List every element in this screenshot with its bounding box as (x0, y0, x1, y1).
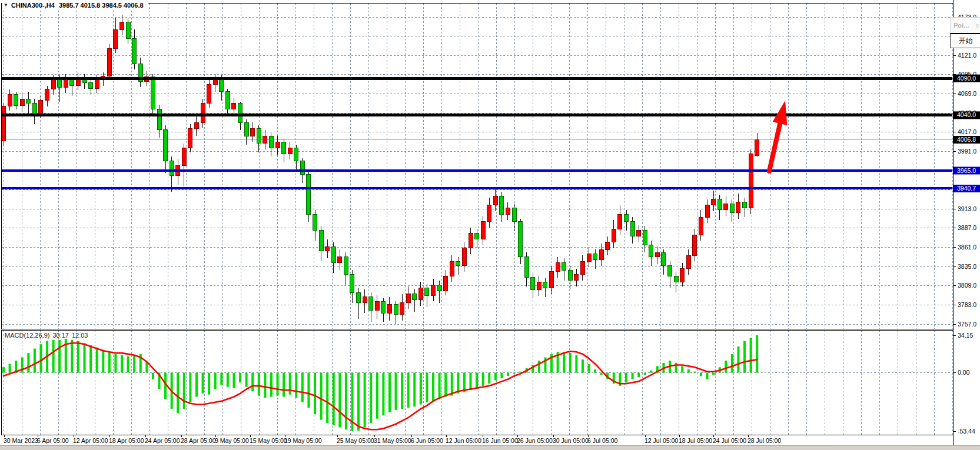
time-label: 18 Jul 05:00 (679, 437, 712, 444)
macd-histogram-bar (121, 355, 123, 373)
macd-histogram-bar (563, 352, 565, 372)
time-label: 6 Jun 05:00 (411, 437, 443, 444)
candle-bearish (32, 104, 36, 114)
time-label: 30 Jun 05:00 (553, 437, 589, 444)
candle-bullish (618, 214, 622, 229)
price-tick-label: 3809.0 (958, 282, 976, 289)
macd-histogram-bar (114, 354, 117, 373)
candle-bullish (95, 80, 99, 89)
candle-bullish (637, 231, 641, 236)
candle-bullish (587, 254, 591, 262)
candle-bullish (469, 234, 473, 248)
macd-histogram-bar (232, 373, 235, 388)
macd-histogram-bar (382, 373, 384, 416)
candle-bearish (170, 161, 174, 176)
candle-bearish (257, 128, 261, 143)
candle-bullish (686, 255, 690, 269)
candle-bullish (232, 104, 236, 109)
macd-histogram-bar (376, 373, 378, 419)
price-tick-label: 4121.0 (958, 52, 976, 59)
candle-bullish (51, 78, 55, 89)
candle-bullish (574, 275, 579, 281)
candle-bearish (630, 222, 634, 236)
price-tick-label: 3887.0 (958, 224, 976, 231)
candle-bullish (680, 269, 685, 282)
macd-histogram-bar (650, 371, 652, 373)
candle-bullish (20, 99, 24, 105)
time-label: 25 May 05:00 (337, 437, 374, 444)
time-label: 18 Apr 05:00 (109, 437, 144, 444)
poi-panel[interactable]: Poi... x (950, 17, 980, 34)
candle-bullish (120, 22, 124, 30)
time-label: 6 Jul 05:00 (587, 437, 618, 444)
macd-histogram-bar (245, 373, 248, 387)
candle-bullish (387, 304, 391, 313)
macd-histogram-bar (451, 373, 453, 396)
price-badge-label: 4040.0 (957, 111, 976, 118)
symbol-dropdown-icon[interactable]: ▼ (4, 2, 8, 8)
macd-histogram-bar (2, 367, 5, 372)
candle-bearish (524, 257, 529, 278)
close-icon[interactable]: x (974, 22, 980, 29)
candle-bullish (606, 242, 610, 250)
macd-histogram-bar (301, 373, 304, 402)
macd-histogram-bar (183, 373, 185, 409)
candle-bearish (220, 80, 224, 92)
macd-name: MACD(12,26,9) (5, 332, 49, 339)
price-tick-label: 4017.0 (958, 128, 976, 135)
candle-bullish (2, 106, 6, 141)
chart-title: ▼ CHINA300-,H4 3985.7 4015.8 3984.5 4006… (2, 1, 148, 9)
macd-tick-label: -53.44 (958, 428, 975, 435)
candle-bearish (319, 231, 323, 251)
candle-bullish (493, 196, 497, 205)
candle-bearish (743, 202, 747, 208)
macd-histogram-bar (283, 373, 285, 397)
macd-histogram-bar (731, 354, 733, 373)
macd-histogram-bar (71, 340, 73, 373)
macd-histogram-bar (270, 373, 273, 397)
macd-histogram-bar (214, 373, 217, 389)
macd-histogram-bar (189, 373, 191, 402)
candle-bearish (425, 288, 429, 296)
macd-histogram-bar (314, 373, 316, 415)
macd-histogram-bar (756, 335, 758, 373)
candle-bearish (294, 148, 298, 161)
macd-histogram-bar (594, 369, 596, 373)
macd-histogram-bar (582, 359, 584, 372)
price-tick-label: 3913.0 (958, 205, 976, 212)
candle-bearish (307, 174, 311, 214)
candle-bullish (580, 261, 584, 275)
time-label: 26 Jun 05:00 (517, 437, 553, 444)
price-badge-label: 3965.0 (957, 167, 976, 174)
candle-bullish (450, 261, 454, 276)
price-tick-label: 3783.0 (958, 301, 976, 308)
macd-histogram-bar (34, 349, 36, 373)
candle-bullish (400, 303, 404, 315)
time-label: 28 Apr 05:00 (181, 437, 216, 444)
macd-histogram-bar (500, 373, 503, 378)
macd-histogram-bar (737, 346, 739, 373)
candle-bullish (194, 122, 198, 128)
macd-histogram-bar (588, 364, 590, 373)
macd-histogram-bar (338, 373, 341, 428)
candle-bearish (350, 275, 354, 292)
candle-bearish (717, 199, 722, 210)
candle-bullish (655, 252, 659, 257)
candle-bullish (736, 202, 740, 213)
start-button[interactable]: 开始 (950, 33, 980, 48)
macd-histogram-bar (750, 338, 752, 373)
candle-bullish (39, 101, 43, 114)
macd-histogram-bar (251, 373, 254, 392)
time-label: 31 May 05:00 (374, 437, 411, 444)
candle-bearish (413, 294, 417, 300)
macd-histogram-bar (357, 373, 360, 431)
candle-bearish (225, 92, 230, 109)
candle-bullish (755, 140, 759, 155)
time-label: 24 Jul 05:00 (713, 437, 746, 444)
candle-bullish (699, 217, 703, 235)
candle-bullish (288, 148, 292, 154)
macd-histogram-bar (637, 373, 640, 377)
macd-histogram-bar (388, 373, 391, 412)
candle-bullish (114, 29, 118, 49)
chart-canvas[interactable]: 4173.04147.04121.04095.04069.04043.04017… (0, 0, 980, 450)
